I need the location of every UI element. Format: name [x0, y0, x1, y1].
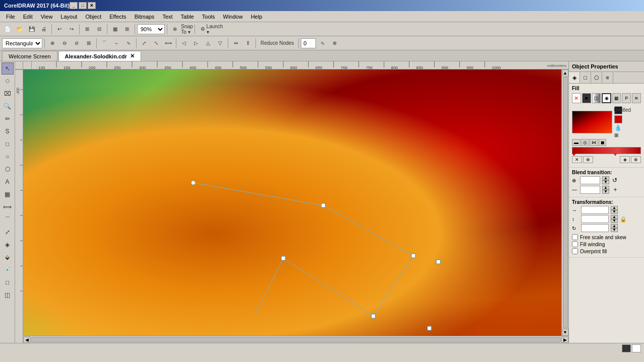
new-button[interactable]: 📄: [2, 24, 13, 35]
node-btn4[interactable]: ⊞: [83, 38, 94, 49]
align-btn2[interactable]: ▷: [190, 38, 202, 49]
tab-document[interactable]: Alexander-Solodkin.cdr ✕: [58, 51, 141, 61]
outline-tab[interactable]: □: [580, 72, 591, 83]
horizontal-scrollbar[interactable]: ◀ ▶: [23, 336, 568, 343]
menu-help[interactable]: Help: [247, 13, 267, 21]
effects-tab[interactable]: ⬡: [591, 72, 602, 83]
blend-tool[interactable]: ⤢: [2, 226, 14, 238]
table-tool[interactable]: ▦: [2, 188, 14, 200]
smart-draw-tool[interactable]: S: [2, 125, 14, 137]
curve-btn1[interactable]: ⌒: [99, 38, 110, 49]
menu-tools[interactable]: Tools: [198, 13, 219, 21]
export-button[interactable]: ⊟: [94, 24, 105, 35]
v-scroll-thumb[interactable]: [563, 77, 568, 328]
scroll-down-btn[interactable]: ▼: [562, 329, 568, 336]
snap-to-button[interactable]: Snap To ▾: [181, 24, 192, 35]
menu-text[interactable]: Text: [158, 13, 176, 21]
maximize-button[interactable]: □: [79, 2, 87, 9]
mirror-v-btn[interactable]: ⇕: [242, 38, 253, 49]
speed-spinner[interactable]: ▲ ▼: [602, 186, 609, 194]
linear-type-btn[interactable]: ▬: [572, 139, 581, 146]
postscript-fill-icon[interactable]: P: [622, 93, 631, 103]
radial-grad-icon[interactable]: ◉: [602, 93, 611, 103]
shape-tool[interactable]: ⬡: [2, 75, 14, 87]
speed-plus-icon[interactable]: ＋: [612, 185, 618, 194]
menu-effects[interactable]: Effects: [105, 13, 130, 21]
curve-btn3[interactable]: ∿: [123, 38, 134, 49]
close-button[interactable]: ✕: [88, 2, 96, 9]
view-btn1[interactable]: ▦: [109, 24, 120, 35]
freehand-tool[interactable]: ✏: [2, 113, 14, 125]
texture-fill-icon[interactable]: ≋: [632, 93, 641, 103]
artwork[interactable]: [23, 69, 568, 343]
h-scroll-thumb[interactable]: [31, 337, 561, 342]
pattern-btn-4[interactable]: ⊕: [631, 156, 641, 163]
menu-bitmaps[interactable]: Bitmaps: [131, 13, 159, 21]
align-btn4[interactable]: ▽: [215, 38, 226, 49]
proportional-lock-icon[interactable]: 🔒: [620, 215, 627, 223]
eyedropper-tool[interactable]: 💉: [2, 264, 14, 276]
ellipse-tool[interactable]: ○: [2, 151, 14, 163]
scroll-left-btn[interactable]: ◀: [23, 337, 30, 343]
connector-tool[interactable]: ⌒: [2, 213, 14, 226]
height-input[interactable]: 82.703 %: [581, 215, 609, 223]
import-button[interactable]: ⊞: [82, 24, 93, 35]
tab-welcome[interactable]: Welcome Screen: [2, 51, 57, 61]
align-btn1[interactable]: ◁: [178, 38, 189, 49]
mirror-h-btn[interactable]: ⇔: [230, 38, 241, 49]
text-tool[interactable]: A: [2, 176, 14, 188]
no-fill-icon[interactable]: ✕: [572, 93, 581, 103]
vertical-scrollbar[interactable]: ▲ ▼: [561, 69, 568, 336]
outline-tool[interactable]: □: [2, 276, 14, 288]
summary-tab[interactable]: ≡: [602, 72, 613, 83]
conical-type-btn[interactable]: ⋈: [590, 139, 598, 146]
blend-steps-spinner[interactable]: ▲ ▼: [602, 176, 609, 184]
fill-tab[interactable]: ◈: [569, 72, 580, 83]
curve-btn2[interactable]: ⌣: [111, 38, 122, 49]
color-stop-marker-1[interactable]: [572, 153, 576, 156]
crop-tool[interactable]: ⌧: [2, 88, 14, 100]
undo-button[interactable]: ↩: [54, 24, 65, 35]
close-tab-icon[interactable]: ✕: [130, 53, 135, 59]
menu-edit[interactable]: Edit: [19, 13, 37, 21]
fill-tool[interactable]: ◈: [2, 239, 14, 251]
menu-layout[interactable]: Layout: [56, 13, 81, 21]
view-btn2[interactable]: ⊞: [121, 24, 133, 35]
node-btn2[interactable]: ⊖: [59, 38, 70, 49]
blend-refresh-icon[interactable]: ↺: [612, 177, 617, 184]
scroll-right-btn[interactable]: ▶: [561, 337, 568, 343]
redo-button[interactable]: ↪: [66, 24, 77, 35]
open-button[interactable]: 📂: [14, 24, 25, 35]
zoom-select[interactable]: 90% 50% 75% 100% 150% 200%: [137, 24, 165, 34]
pick-tool[interactable]: ↖: [2, 62, 14, 75]
smart-fill-tool[interactable]: ⬙: [2, 251, 14, 263]
pattern-btn-2[interactable]: ⊗: [583, 156, 593, 163]
pattern-btn-3[interactable]: ◈: [620, 156, 630, 163]
square-type-btn[interactable]: ◼: [599, 139, 606, 146]
zoom-tool[interactable]: 🔍: [2, 100, 14, 112]
minimize-button[interactable]: _: [70, 2, 78, 9]
menu-view[interactable]: View: [37, 13, 57, 21]
launch-button[interactable]: Launch ▾: [209, 24, 220, 35]
angle-input[interactable]: [301, 38, 316, 48]
blend-steps-input[interactable]: 256: [580, 176, 600, 184]
fill-winding-checkbox[interactable]: [572, 241, 578, 247]
align-btn3[interactable]: △: [203, 38, 214, 49]
overprint-fill-checkbox[interactable]: [572, 248, 578, 254]
color-stop-marker-2[interactable]: [613, 153, 617, 156]
canvas-area[interactable]: millimeters 100 150 200 250 300 350 400 …: [15, 61, 568, 343]
solid-fill-icon[interactable]: ■: [582, 93, 591, 103]
node-btn1[interactable]: ⊕: [47, 38, 58, 49]
rect-tool[interactable]: □: [2, 138, 14, 150]
gradient-options-icon[interactable]: ⊞: [614, 132, 622, 138]
linear-grad-icon[interactable]: ◫: [592, 93, 601, 103]
menu-file[interactable]: File: [2, 13, 19, 21]
sym-btn2[interactable]: ⤡: [151, 38, 162, 49]
reduce-nodes-btn[interactable]: Reduce Nodes: [258, 38, 296, 49]
menu-window[interactable]: Window: [219, 13, 247, 21]
rotation-spinner[interactable]: ▲ ▼: [611, 224, 618, 232]
node-btn3[interactable]: ⊘: [71, 38, 82, 49]
width-input[interactable]: 82.703 %: [581, 206, 609, 214]
sym-btn1[interactable]: ⤢: [139, 38, 150, 49]
menu-table[interactable]: Table: [177, 13, 198, 21]
